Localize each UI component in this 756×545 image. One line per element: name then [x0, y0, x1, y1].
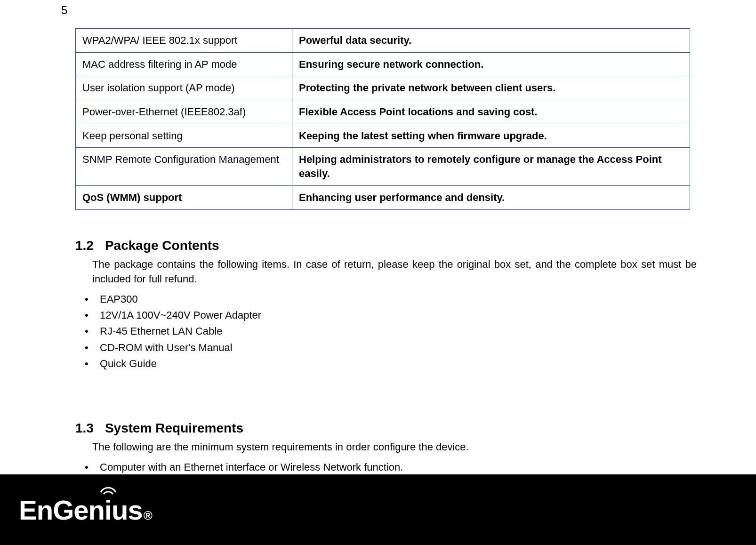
section-heading-sysreq: 1.3System Requirements: [75, 421, 697, 436]
benefit-cell: Flexible Access Point locations and savi…: [292, 100, 690, 124]
list-item: Computer with an Ethernet interface or W…: [79, 459, 697, 475]
wifi-arc-icon: [99, 482, 118, 495]
section-gap: [75, 372, 697, 398]
logo-i-with-wifi: i: [105, 494, 112, 526]
logo-text: G: [53, 494, 73, 526]
document-page: 5 WPA2/WPA/ IEEE 802.1x supportPowerful …: [0, 0, 756, 545]
table-row: QoS (WMM) supportEnhancing user performa…: [76, 185, 690, 209]
page-footer: EnGen i us®: [0, 474, 756, 545]
section-title: Package Contents: [105, 238, 219, 253]
benefit-cell: Enhancing user performance and density.: [292, 185, 690, 209]
page-content: WPA2/WPA/ IEEE 802.1x supportPowerful da…: [75, 28, 697, 491]
engenius-logo: EnGen i us®: [19, 494, 153, 526]
registered-icon: ®: [144, 508, 153, 523]
table-row: SNMP Remote Configuration ManagementHelp…: [76, 148, 690, 185]
table-row: MAC address filtering in AP modeEnsuring…: [76, 52, 690, 76]
list-item: RJ-45 Ethernet LAN Cable: [79, 323, 697, 339]
section-heading-package: 1.2Package Contents: [75, 238, 697, 253]
sysreq-intro: The following are the minimum system req…: [92, 440, 697, 455]
package-intro: The package contains the following items…: [92, 257, 697, 287]
benefit-cell: Keeping the latest setting when firmware…: [292, 124, 690, 148]
section-number: 1.3: [75, 421, 94, 436]
list-item: EAP300: [79, 291, 697, 307]
logo-text: i: [105, 495, 112, 525]
table-row: Power-over-Ethernet (IEEE802.3af)Flexibl…: [76, 100, 690, 124]
benefit-cell: Powerful data security.: [292, 29, 690, 53]
benefit-cell: Protecting the private network between c…: [292, 76, 690, 100]
feature-cell: MAC address filtering in AP mode: [76, 52, 292, 76]
logo-text: en: [73, 494, 105, 526]
logo-text: En: [19, 494, 53, 526]
package-list: EAP30012V/1A 100V~240V Power AdapterRJ-4…: [79, 291, 697, 371]
table-row: WPA2/WPA/ IEEE 802.1x supportPowerful da…: [76, 29, 690, 53]
table-row: User isolation support (AP mode)Protecti…: [76, 76, 690, 100]
list-item: Quick Guide: [79, 356, 697, 372]
list-item: CD-ROM with User's Manual: [79, 340, 697, 356]
benefit-cell: Ensuring secure network connection.: [292, 52, 690, 76]
benefit-cell: Helping administrators to remotely confi…: [292, 148, 690, 185]
section-title: System Requirements: [105, 421, 243, 435]
table-row: Keep personal settingKeeping the latest …: [76, 124, 690, 148]
feature-cell: QoS (WMM) support: [76, 185, 292, 209]
list-item: 12V/1A 100V~240V Power Adapter: [79, 307, 697, 323]
feature-cell: Power-over-Ethernet (IEEE802.3af): [76, 100, 292, 124]
section-number: 1.2: [75, 238, 94, 253]
page-number: 5: [61, 4, 67, 17]
logo-text: us: [112, 494, 143, 526]
feature-cell: User isolation support (AP mode): [76, 76, 292, 100]
feature-cell: WPA2/WPA/ IEEE 802.1x support: [76, 29, 292, 53]
feature-cell: Keep personal setting: [76, 124, 292, 148]
features-table: WPA2/WPA/ IEEE 802.1x supportPowerful da…: [75, 28, 690, 210]
feature-cell: SNMP Remote Configuration Management: [76, 148, 292, 185]
